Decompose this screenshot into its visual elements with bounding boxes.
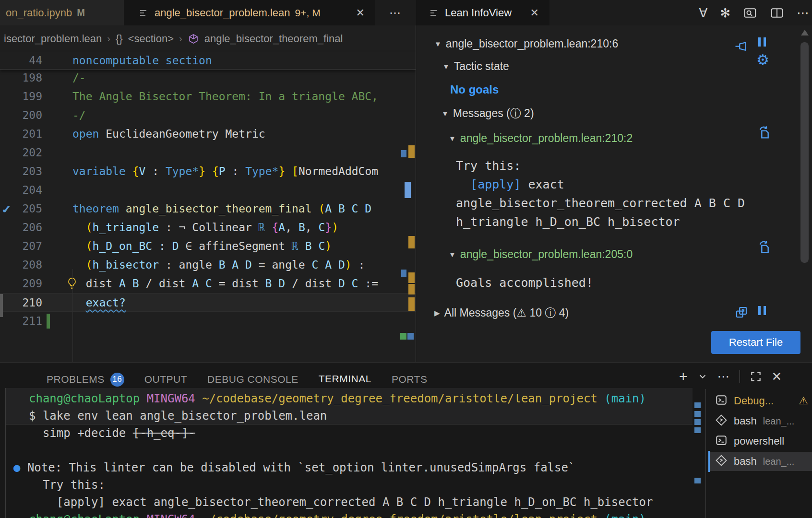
code-lines[interactable]: 198/-199The Angle Bisector Theorem: In a… <box>0 69 416 362</box>
collapse-triangle-icon[interactable]: ▼ <box>442 109 449 118</box>
line-number[interactable]: 210 <box>0 294 42 312</box>
line-number[interactable]: 207 <box>0 237 42 256</box>
tab-on-ratio-ipynb[interactable]: on_ratio.ipynb M <box>0 0 124 25</box>
code-editor[interactable]: isector_problem.lean › {} <section> › an… <box>0 25 416 362</box>
tab-lean-infoview[interactable]: Lean InfoView ✕ <box>416 0 549 25</box>
code-line-200[interactable]: 200-/ <box>0 106 416 125</box>
line-number[interactable]: 209 <box>0 274 42 293</box>
terminal-output[interactable]: chang@chaoLaptop MINGW64 ~/codebase/geom… <box>6 394 693 518</box>
pin-icon[interactable] <box>734 39 749 55</box>
code-line-203[interactable]: 203variable {V : Type*} {P : Type*} [Nor… <box>0 162 416 181</box>
terminal-text: chang@chaoLaptop <box>29 513 140 518</box>
more-actions-icon[interactable]: ⋯ <box>797 7 809 19</box>
code-token: B <box>299 221 305 234</box>
breadcrumb-file[interactable]: isector_problem.lean <box>4 33 102 45</box>
collapse-triangle-icon[interactable]: ▼ <box>449 250 456 259</box>
code-token <box>312 202 319 215</box>
new-terminal-icon[interactable]: + <box>679 369 688 384</box>
collapse-triangle-icon[interactable]: ▼ <box>449 134 456 142</box>
terminal-list-item-bash[interactable]: bashlean_... <box>710 452 812 471</box>
tactic-state-header[interactable]: ▼Tactic state <box>442 60 509 73</box>
terminal-command-mark[interactable] <box>694 478 701 483</box>
line-number[interactable]: 203 <box>0 162 42 181</box>
tab-angle-bisector-problem-lean[interactable]: angle_bisector_problem.lean 9+, M ✕ <box>124 0 375 25</box>
code-line-201[interactable]: 201open EuclideanGeometry Metric <box>0 125 416 143</box>
lean-forall-icon[interactable]: ∀ <box>699 7 707 19</box>
code-line-202[interactable]: 202 <box>0 143 416 162</box>
restart-file-button[interactable]: Restart File <box>711 331 800 354</box>
symbol-structure-icon <box>188 33 199 45</box>
line-number[interactable]: 202 <box>0 143 42 162</box>
terminal-list-item-debug[interactable]: Debug...⚠ <box>710 391 812 411</box>
code-line-208[interactable]: 208 (h_bisector : angle B A D = angle C … <box>0 256 416 274</box>
all-messages-header[interactable]: ▶All Messages (⚠ 10 ⓘ 4) <box>434 306 569 320</box>
terminal-text <box>140 513 146 518</box>
infoview-position-header[interactable]: ▼angle_bisector_problem.lean:210:6 <box>434 37 618 50</box>
code-line-205[interactable]: 205✓✓theorem angle_bisector_theorem_fina… <box>0 200 416 218</box>
terminal-command-mark[interactable] <box>694 411 701 417</box>
messages-label: Messages (ⓘ 2) <box>453 107 534 119</box>
editor-more-actions-button[interactable]: ⋯ <box>375 0 416 25</box>
breadcrumb-section[interactable]: <section> <box>128 33 174 45</box>
code-token: EuclideanGeometry Metric <box>99 128 265 140</box>
line-number[interactable]: 204 <box>0 181 42 200</box>
code-token: = angle <box>252 259 312 271</box>
pause-updates-icon[interactable] <box>758 37 766 47</box>
line-number[interactable]: 211 <box>0 312 42 330</box>
chevron-down-icon[interactable] <box>697 371 708 382</box>
terminal-command-mark[interactable] <box>694 427 701 433</box>
pause-updates-icon[interactable] <box>758 306 766 315</box>
code-line-210[interactable]: 210 exact? <box>0 293 416 312</box>
more-actions-icon[interactable]: ⋯ <box>717 370 730 383</box>
code-line-198[interactable]: 198/- <box>0 69 416 87</box>
terminal-list-item-bash[interactable]: bashlean_... <box>710 412 812 431</box>
code-line-206[interactable]: 206 (h_triangle : ¬ Collinear ℝ {A, B, C… <box>0 218 416 237</box>
code-token <box>205 165 212 177</box>
code-text: /- <box>72 69 86 87</box>
code-line-211[interactable]: 211 <box>0 312 416 330</box>
collapse-triangle-icon[interactable]: ▼ <box>442 62 450 71</box>
close-tab-icon[interactable]: ✕ <box>530 7 539 19</box>
sticky-scroll-line[interactable]: 44 noncomputable section <box>0 52 416 70</box>
chevron-right-icon: › <box>179 33 182 44</box>
apply-link[interactable]: [apply] <box>470 177 521 191</box>
message-location-label: angle_bisector_problem.lean:205:0 <box>460 248 633 260</box>
code-text: -/ <box>72 106 86 125</box>
code-token: open <box>72 128 99 140</box>
breadcrumb-symbol[interactable]: angle_bisector_theorem_final <box>204 33 343 45</box>
expand-triangle-icon[interactable]: ▶ <box>434 309 440 317</box>
left-edge-handle[interactable] <box>0 294 3 317</box>
message-location-205-0[interactable]: ▼angle_bisector_problem.lean:205:0 <box>449 248 633 261</box>
code-line-204[interactable]: 204 <box>0 181 416 200</box>
terminal-list-item-powershell[interactable]: powershell <box>710 432 812 451</box>
line-number[interactable]: 208 <box>0 256 42 274</box>
openai-icon[interactable]: ✻ <box>720 7 730 19</box>
settings-gear-icon[interactable]: ⚙ <box>756 53 769 67</box>
message-location-210-2[interactable]: ▼angle_bisector_problem.lean:210:2 <box>449 132 633 145</box>
code-line-209[interactable]: 209 dist A B / dist A C = dist B D / dis… <box>0 274 416 293</box>
bash-icon <box>715 414 728 428</box>
open-preview-icon[interactable] <box>743 6 757 20</box>
split-editor-icon[interactable] <box>770 6 784 20</box>
collapse-triangle-icon[interactable]: ▼ <box>434 40 442 48</box>
messages-header[interactable]: ▼Messages (ⓘ 2) <box>442 106 534 121</box>
code-line-207[interactable]: 207 (h_D_on_BC : D ∈ affineSegment ℝ B C… <box>0 237 416 256</box>
close-tab-icon[interactable]: ✕ <box>356 7 365 19</box>
file-icon <box>138 8 149 18</box>
maximize-panel-icon[interactable] <box>750 370 762 383</box>
tab-title: Lean InfoView <box>445 7 512 19</box>
restart-file-small-icon[interactable] <box>756 239 772 257</box>
line-number[interactable]: 206 <box>0 218 42 237</box>
file-icon <box>429 8 439 18</box>
code-line-199[interactable]: 199The Angle Bisector Theorem: In a tria… <box>0 87 416 106</box>
code-text: variable {V : Type*} {P : Type*} [Normed… <box>72 162 378 181</box>
terminal-command-mark[interactable] <box>694 419 701 425</box>
open-in-editor-icon[interactable] <box>734 305 749 321</box>
infoview-scrollbar[interactable] <box>800 42 809 263</box>
line-number[interactable]: 201 <box>0 125 42 143</box>
code-token: : <box>226 165 246 177</box>
close-panel-icon[interactable]: ✕ <box>772 370 782 383</box>
terminal-command-mark[interactable] <box>694 402 701 408</box>
restart-file-small-icon[interactable] <box>756 125 772 142</box>
scroll-up-arrow-icon[interactable] <box>801 30 809 35</box>
